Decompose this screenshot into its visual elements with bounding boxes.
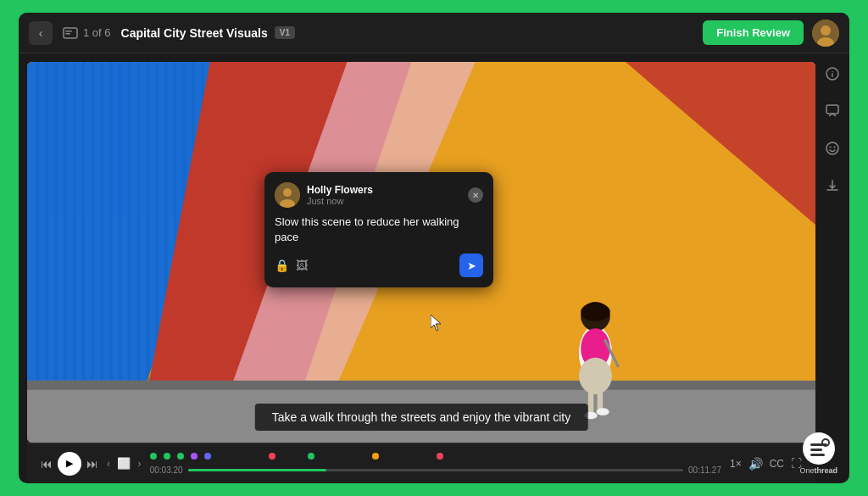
svg-rect-36	[27, 381, 815, 390]
video-player[interactable]: Take a walk through the streets and enjo…	[27, 62, 815, 443]
right-controls: 1× 🔊 CC ⛶	[730, 457, 802, 471]
logo-svg	[807, 437, 831, 460]
subtitle-bar: Take a walk through the streets and enjo…	[255, 404, 588, 431]
svg-rect-58	[810, 449, 822, 451]
info-button[interactable]: i	[821, 62, 844, 86]
comment-cursor-area: Click to comment	[431, 315, 442, 332]
timeline-progress	[188, 469, 327, 471]
title-section: Capital City Street Visuals V1	[121, 26, 693, 40]
send-comment-button[interactable]: ➤	[459, 254, 483, 277]
marker-dot[interactable]	[164, 453, 170, 460]
play-button[interactable]: ▶	[58, 452, 81, 476]
svg-rect-0	[64, 28, 77, 38]
svg-point-41	[579, 358, 612, 394]
prev-frame-button[interactable]: ‹	[107, 457, 110, 470]
marker-dot[interactable]	[372, 453, 379, 460]
captions-button[interactable]: CC	[770, 458, 784, 470]
comment-actions: 🔒 🖼 ➤	[275, 254, 483, 277]
skip-back-button[interactable]: ⏮	[41, 457, 53, 471]
svg-rect-42	[588, 388, 593, 414]
timeline-markers	[150, 451, 721, 461]
back-button[interactable]: ‹	[29, 21, 53, 45]
close-comment-button[interactable]: ✕	[468, 187, 483, 203]
timeline-bar[interactable]: 00:03.20 00:11.27	[150, 465, 721, 476]
onethread-logo: One thread	[799, 432, 837, 475]
svg-point-4	[821, 25, 831, 36]
logo-text-area: One thread	[799, 466, 837, 475]
download-button[interactable]	[821, 174, 844, 198]
timeline-track[interactable]	[188, 469, 683, 471]
logo-text-thread: thread	[814, 466, 837, 475]
logo-text-one: One	[799, 466, 814, 475]
cursor-icon	[431, 315, 442, 332]
svg-point-54	[826, 142, 838, 154]
speed-control[interactable]: 1×	[730, 458, 742, 470]
emoji-button[interactable]	[821, 137, 844, 160]
comment-time: Just now	[307, 196, 461, 206]
svg-point-39	[581, 303, 610, 321]
svg-rect-2	[65, 33, 70, 35]
version-badge: V1	[275, 26, 295, 39]
main-area: Take a walk through the streets and enjo…	[19, 53, 849, 483]
total-time: 00:11.27	[688, 465, 721, 475]
frame-icon: ⬜	[117, 457, 131, 470]
header-right: Finish Review	[703, 20, 839, 47]
video-frame: Take a walk through the streets and enjo…	[27, 62, 815, 443]
commenter-info: Holly Flowers Just now	[307, 184, 461, 206]
svg-point-48	[283, 188, 292, 197]
commenter-avatar	[275, 182, 300, 208]
next-frame-button[interactable]: ›	[137, 457, 141, 470]
playback-controls: ⏮ ▶ ⏭ ‹ ⬜ ›	[27, 443, 815, 483]
volume-button[interactable]: 🔊	[748, 457, 763, 471]
marker-dot[interactable]	[308, 453, 314, 460]
svg-point-56	[834, 147, 836, 148]
comment-popup: Holly Flowers Just now ✕ Slow this scene…	[264, 172, 493, 287]
svg-rect-59	[810, 454, 825, 456]
skip-forward-button[interactable]: ⏭	[86, 457, 98, 471]
video-section: Take a walk through the streets and enjo…	[19, 53, 815, 483]
timeline: 00:03.20 00:11.27	[150, 451, 721, 476]
comment-text: Slow this scene to reduce her walking pa…	[275, 215, 483, 245]
right-sidebar: i	[815, 53, 849, 483]
current-time: 00:03.20	[150, 465, 183, 475]
marker-dot[interactable]	[177, 453, 184, 460]
file-count: 1 of 6	[63, 26, 111, 39]
svg-rect-53	[826, 105, 838, 114]
svg-rect-1	[65, 31, 72, 32]
svg-point-55	[830, 147, 832, 148]
commenter-name: Holly Flowers	[307, 184, 461, 196]
header: ‹ 1 of 6 Capital City Street Visuals V1 …	[19, 13, 849, 53]
nav-arrows: ‹ ⬜ ›	[107, 457, 142, 470]
image-icon[interactable]: 🖼	[296, 259, 308, 272]
svg-point-45	[597, 408, 609, 415]
transport-buttons: ⏮ ▶ ⏭	[41, 452, 98, 476]
marker-dot[interactable]	[191, 453, 198, 460]
app-container: ‹ 1 of 6 Capital City Street Visuals V1 …	[19, 13, 849, 483]
marker-dot[interactable]	[437, 453, 443, 460]
logo-icon	[803, 432, 835, 465]
marker-dot[interactable]	[269, 453, 275, 460]
comment-header: Holly Flowers Just now ✕	[275, 182, 483, 208]
marker-dot[interactable]	[150, 453, 157, 460]
lock-icon[interactable]: 🔒	[275, 259, 289, 272]
svg-marker-50	[431, 315, 441, 331]
feedback-button[interactable]	[821, 99, 844, 123]
finish-review-button[interactable]: Finish Review	[703, 20, 804, 45]
project-title: Capital City Street Visuals	[121, 26, 268, 40]
svg-text:i: i	[832, 70, 834, 79]
user-avatar	[812, 20, 839, 47]
marker-dot[interactable]	[204, 453, 211, 460]
file-icon	[63, 27, 78, 39]
